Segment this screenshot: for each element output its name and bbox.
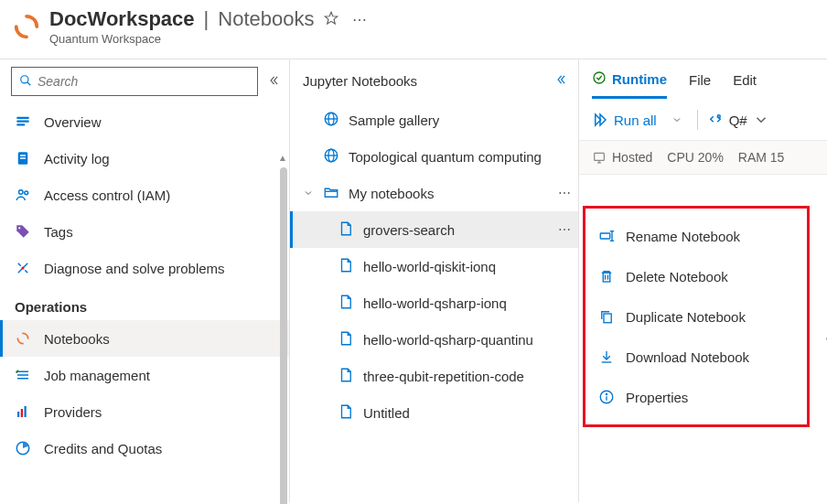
tags-icon (15, 223, 31, 240)
tree-item-label: My notebooks (349, 186, 434, 201)
search-input[interactable] (38, 74, 250, 89)
duplicate-icon (598, 308, 615, 325)
sidebar-item-activity-log[interactable]: Activity log (0, 140, 289, 177)
ctx-duplicate-notebook[interactable]: Duplicate Notebook (585, 296, 807, 337)
folder-open-icon (323, 184, 339, 203)
diagnose-icon (15, 260, 31, 276)
tab-edit[interactable]: Edit (733, 72, 757, 96)
svg-rect-40 (604, 314, 611, 323)
svg-point-45 (606, 393, 607, 394)
tree-folder-my-notebooks[interactable]: My notebooks ⋯ (290, 175, 578, 211)
tree-item-label: hello-world-qsharp-quantinu (363, 332, 533, 348)
tab-label: Edit (733, 72, 757, 88)
tab-runtime[interactable]: Runtime (592, 70, 667, 99)
tree-file-three-qubit[interactable]: three-qubit-repetition-code (290, 358, 578, 394)
sidebar-item-label: Diagnose and solve problems (44, 261, 225, 276)
notebooks-icon (15, 330, 31, 347)
tree-panel-title: Jupyter Notebooks (303, 73, 417, 89)
sidebar-item-label: Notebooks (44, 331, 110, 347)
sidebar-item-label: Activity log (44, 151, 110, 166)
globe-icon (323, 147, 339, 166)
ctx-properties[interactable]: Properties (585, 377, 807, 417)
svg-point-29 (717, 115, 720, 118)
sidebar-item-access-control[interactable]: Access control (IAM) (0, 177, 289, 213)
ctx-item-label: Properties (626, 390, 688, 405)
tree-file-grovers-search[interactable]: grovers-search ⋯ (290, 211, 578, 248)
more-icon[interactable]: ⋯ (349, 11, 371, 28)
favorite-star-icon[interactable] (323, 10, 339, 29)
editor-toolbar: Run all Q# (579, 100, 827, 140)
sidebar-item-overview[interactable]: Overview (0, 103, 289, 140)
svg-point-26 (594, 72, 605, 83)
page-title-section: Notebooks (218, 7, 314, 31)
collapse-sidebar-icon[interactable] (267, 74, 280, 90)
rename-icon (598, 228, 615, 244)
run-all-button[interactable]: Run all (592, 112, 657, 128)
run-all-dropdown[interactable] (666, 114, 688, 125)
folder-more-icon[interactable]: ⋯ (558, 186, 571, 200)
workspace-logo-icon (13, 13, 40, 40)
scroll-up-arrow-icon[interactable]: ▲ (278, 153, 287, 163)
tab-label: Runtime (612, 71, 667, 87)
tree-file-qiskit-ionq[interactable]: hello-world-qiskit-ionq (290, 248, 578, 284)
editor-tabs: Runtime File Edit (579, 59, 827, 100)
collapse-tree-icon[interactable] (554, 73, 567, 89)
sidebar-item-tags[interactable]: Tags (0, 213, 289, 250)
editor-panel: Runtime File Edit Run all Q# Hosted C (578, 59, 827, 502)
file-more-icon[interactable]: ⋯ (558, 222, 571, 237)
tree-item-topological[interactable]: Topological quantum computing (290, 138, 578, 175)
ctx-download-notebook[interactable]: Download Notebook (585, 337, 807, 377)
sidebar-item-label: Providers (44, 404, 102, 420)
sidebar-item-diagnose[interactable]: Diagnose and solve problems (0, 250, 289, 286)
access-control-icon (15, 187, 31, 203)
file-icon (338, 330, 354, 349)
notebook-context-menu: Rename Notebook Delete Notebook Duplicat… (583, 206, 810, 427)
tree-item-label: hello-world-qiskit-ionq (363, 259, 496, 274)
svg-line-2 (27, 81, 31, 85)
sidebar-scrollbar[interactable] (280, 167, 287, 504)
sidebar-section-operations: Operations (0, 286, 289, 320)
sidebar-item-providers[interactable]: Providers (0, 393, 289, 430)
svg-rect-3 (16, 117, 29, 119)
page-subtitle: Quantum Workspace (49, 32, 371, 46)
svg-rect-5 (16, 123, 25, 125)
sidebar-item-label: Job management (44, 368, 150, 383)
job-management-icon (15, 367, 31, 383)
globe-icon (323, 111, 339, 130)
svg-point-12 (22, 267, 25, 270)
sidebar-item-label: Overview (44, 114, 102, 130)
file-icon (338, 294, 354, 313)
tree-item-sample-gallery[interactable]: Sample gallery (290, 102, 578, 138)
search-input-wrapper[interactable] (11, 67, 258, 96)
ctx-delete-notebook[interactable]: Delete Notebook (585, 256, 807, 296)
svg-point-10 (25, 191, 28, 195)
file-icon (338, 403, 354, 423)
ctx-item-label: Download Notebook (626, 349, 749, 365)
ctx-rename-notebook[interactable]: Rename Notebook (585, 216, 807, 256)
page-header: DocWorkspace | Notebooks ⋯ Quantum Works… (0, 0, 827, 59)
file-icon (338, 367, 354, 386)
tree-file-untitled[interactable]: Untitled (290, 394, 578, 431)
sidebar-ops-list: Notebooks Job management Providers Credi… (0, 320, 289, 466)
kernel-selector[interactable]: Q# (707, 112, 769, 128)
svg-rect-17 (21, 409, 23, 417)
tab-file[interactable]: File (689, 72, 711, 96)
sidebar-item-credits-quotas[interactable]: Credits and Quotas (0, 430, 289, 466)
svg-rect-8 (20, 157, 26, 159)
svg-rect-7 (20, 155, 26, 156)
status-hosted: Hosted (592, 150, 652, 165)
tree-file-qsharp-quantinu[interactable]: hello-world-qsharp-quantinu (290, 321, 578, 358)
sidebar-item-label: Access control (IAM) (44, 188, 170, 203)
overview-icon (15, 113, 31, 130)
sidebar-item-label: Credits and Quotas (44, 441, 162, 456)
providers-icon (15, 403, 31, 420)
sidebar-item-job-management[interactable]: Job management (0, 357, 289, 393)
tree-item-label: hello-world-qsharp-ionq (363, 295, 507, 311)
tree-item-label: grovers-search (363, 222, 455, 238)
svg-point-1 (21, 75, 28, 82)
tree-file-qsharp-ionq[interactable]: hello-world-qsharp-ionq (290, 284, 578, 321)
chevron-down-icon (303, 186, 314, 201)
sidebar-item-notebooks[interactable]: Notebooks (0, 320, 289, 357)
info-icon (598, 389, 615, 405)
title-separator: | (204, 7, 209, 31)
